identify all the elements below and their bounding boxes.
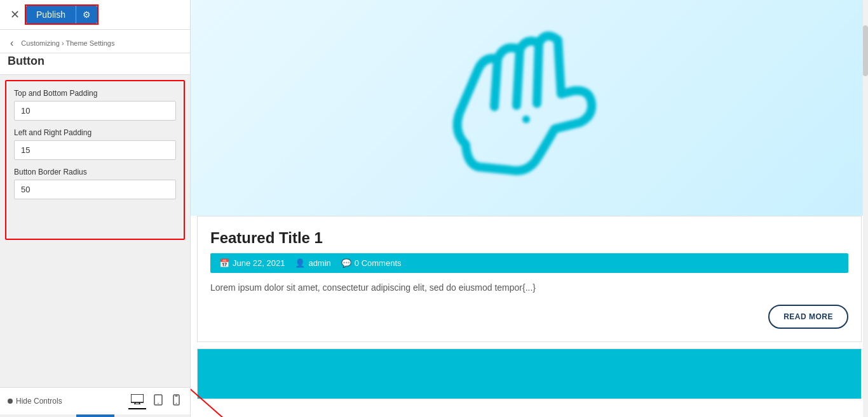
settings-panel: Top and Bottom Padding Left and Right Pa… [5,80,185,240]
left-right-padding-label: Left and Right Padding [14,128,176,137]
breadcrumb-text: Customizing › Theme Settings [21,39,114,47]
meta-bar: 📅 June 22, 2021 👤 admin 💬 0 Comments [210,253,848,273]
user-icon: 👤 [295,258,305,268]
border-radius-input[interactable] [14,180,176,199]
scrollbar-thumb[interactable] [863,25,868,76]
svg-line-11 [537,43,539,103]
hide-controls-label: Hide Controls [16,397,62,406]
back-button[interactable]: ‹ [8,36,16,50]
scrollbar-track[interactable] [863,0,868,417]
hand-icon-container [428,18,631,198]
second-card [197,348,862,399]
spacer [0,245,190,387]
comment-icon: 💬 [341,258,351,268]
setting-group-border-radius: Button Border Radius [14,168,176,199]
setting-group-left-right: Left and Right Padding [14,128,176,160]
tablet-icon [154,394,163,406]
top-bottom-padding-input[interactable] [14,101,176,121]
article-excerpt: Lorem ipsum dolor sit amet, consectetur … [210,281,848,295]
meta-date: 📅 June 22, 2021 [219,258,285,268]
desktop-device-button[interactable] [128,393,146,409]
section-title: Button [0,53,190,75]
svg-rect-0 [131,394,144,402]
breadcrumb: Customizing › Theme Settings [21,39,114,47]
mobile-device-button[interactable] [170,393,182,409]
publish-wrapper: Publish ⚙ [25,4,98,25]
mobile-icon [173,394,180,406]
svg-point-8 [176,403,177,404]
svg-point-12 [522,116,530,123]
svg-line-10 [517,50,520,105]
second-card-image [198,349,861,399]
read-more-button[interactable]: READ MORE [768,305,848,329]
right-panel: Featured Title 1 📅 June 22, 2021 👤 admin… [191,0,868,417]
top-bottom-padding-label: Top and Bottom Padding [14,89,176,98]
tablet-device-button[interactable] [151,393,165,409]
hide-controls-button[interactable]: Hide Controls [8,397,62,406]
svg-line-9 [494,59,498,107]
bottom-indicator [76,414,114,417]
top-bar: ✕ Publish ⚙ [0,0,190,30]
hide-controls-dot [8,399,13,404]
desktop-icon [131,394,144,404]
preview-content: Featured Title 1 📅 June 22, 2021 👤 admin… [191,0,868,399]
publish-button[interactable]: Publish [26,6,76,23]
bottom-bar: Hide Controls [0,387,190,414]
svg-point-5 [158,403,159,404]
close-button[interactable]: ✕ [5,6,25,23]
meta-comments: 💬 0 Comments [341,258,402,268]
left-panel: ✕ Publish ⚙ ‹ Customizing › Theme Settin… [0,0,191,417]
device-icons [128,393,182,409]
setting-group-top-bottom: Top and Bottom Padding [14,89,176,121]
article-title: Featured Title 1 [210,229,848,247]
calendar-icon: 📅 [219,258,229,268]
hand-svg-icon [428,18,631,195]
article-card: Featured Title 1 📅 June 22, 2021 👤 admin… [197,216,862,342]
breadcrumb-bar: ‹ Customizing › Theme Settings [0,30,190,53]
featured-image-area [191,0,868,216]
meta-author: 👤 admin [295,258,330,268]
border-radius-label: Button Border Radius [14,168,176,176]
publish-settings-button[interactable]: ⚙ [76,6,97,23]
left-right-padding-input[interactable] [14,140,176,160]
